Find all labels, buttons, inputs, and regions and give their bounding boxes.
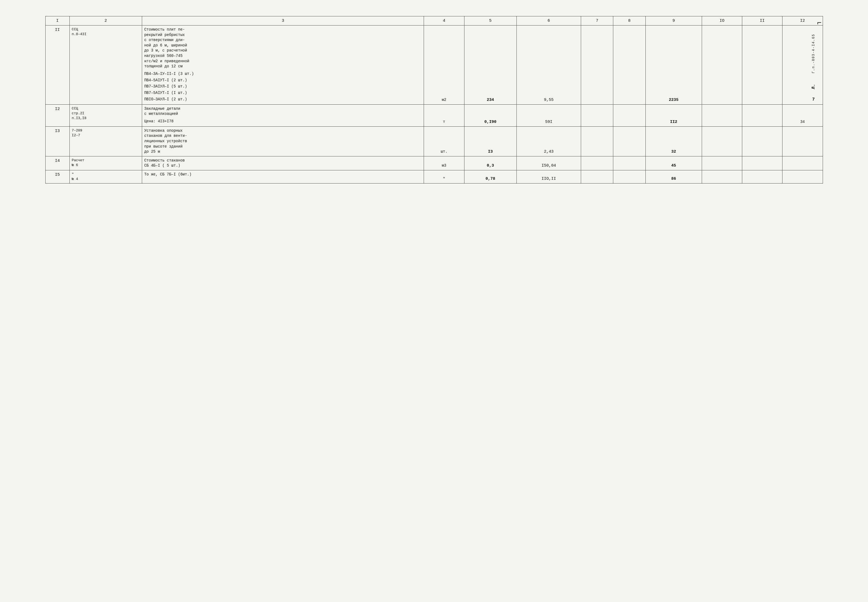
- row-col10-2: [702, 126, 742, 156]
- col-header-1: I: [45, 16, 69, 26]
- row-col5-4: 0,78: [464, 170, 517, 183]
- doc-number: Г.п.-803-4-I4.65: [812, 34, 816, 73]
- row-ref-1: ССЦ стр.2I п.I3,I8: [69, 104, 142, 126]
- row-unit-0: м2: [424, 26, 464, 104]
- row-desc-0: Стоимость плит пе- рекрытий ребристых с …: [142, 26, 424, 104]
- row-subitems-1: Цена: 4I3+I78: [144, 118, 422, 125]
- row-num-4: I5: [45, 170, 69, 183]
- row-unit-3: м3: [424, 156, 464, 170]
- row-col5-3: 0,3: [464, 156, 517, 170]
- row-col7-3: [581, 156, 613, 170]
- row-col10-1: [702, 104, 742, 126]
- row-col9-4: 86: [646, 170, 702, 183]
- row-col11-0: [742, 26, 782, 104]
- row-ref-3: Расчет № 6: [69, 156, 142, 170]
- row-num-3: I4: [45, 156, 69, 170]
- col-header-2: 2: [69, 16, 142, 26]
- row-col8-4: [613, 170, 646, 183]
- row-col5-0: 234: [464, 26, 517, 104]
- row-col5-2: I3: [464, 126, 517, 156]
- row-subitems-0: ПВ4–ЗА–IУ–II–I (3 шт.)ПВ4–5АIУТ–I (2 шт.…: [144, 71, 422, 103]
- col-header-9: 9: [646, 16, 702, 26]
- row-unit-4: ": [424, 170, 464, 183]
- row-num-0: II: [45, 26, 69, 104]
- row-desc-2: Установка опорных стаканов для венти- ля…: [142, 126, 424, 156]
- row-col7-1: [581, 104, 613, 126]
- col-header-3: 3: [142, 16, 424, 26]
- row-desc-4: То же, СБ 7Б–I (6мт.): [142, 170, 424, 183]
- sheet-label: Л.: [811, 84, 816, 89]
- col-header-11: II: [742, 16, 782, 26]
- row-col11-2: [742, 126, 782, 156]
- row-col6-2: 2,43: [517, 126, 581, 156]
- table-row: I4Расчет № 6Стоимость стаканов СБ 4Б–I (…: [45, 156, 823, 170]
- row-col6-3: I50,04: [517, 156, 581, 170]
- col-header-6: 6: [517, 16, 581, 26]
- sheet-number: 7: [812, 97, 815, 102]
- page-container: I 2 3 4 5 6 7 8 9 IO II I2 IIССЦ п.8–43I…: [45, 16, 823, 183]
- row-col8-1: [613, 104, 646, 126]
- header-row: I 2 3 4 5 6 7 8 9 IO II I2: [45, 16, 823, 26]
- row-col6-4: IIO,II: [517, 170, 581, 183]
- row-ref-4: " № 4: [69, 170, 142, 183]
- col-header-10: IO: [702, 16, 742, 26]
- row-col7-0: [581, 26, 613, 104]
- row-col10-0: [702, 26, 742, 104]
- row-col10-4: [702, 170, 742, 183]
- row-col8-2: [613, 126, 646, 156]
- row-col7-4: [581, 170, 613, 183]
- row-col7-2: [581, 126, 613, 156]
- row-desc-1: Закладные детали с металлизациейЦена: 4I…: [142, 104, 424, 126]
- row-desc-3: Стоимость стаканов СБ 4Б–I ( 5 шт.): [142, 156, 424, 170]
- row-col6-1: 59I: [517, 104, 581, 126]
- row-col9-2: 32: [646, 126, 702, 156]
- row-unit-1: т: [424, 104, 464, 126]
- row-num-2: I3: [45, 126, 69, 156]
- table-row: I2ССЦ стр.2I п.I3,I8Закладные детали с м…: [45, 104, 823, 126]
- right-margin: ⌐ Г.п.-803-4-I4.65 Л. 7: [804, 16, 823, 183]
- row-num-1: I2: [45, 104, 69, 126]
- row-col9-1: II2: [646, 104, 702, 126]
- row-col8-3: [613, 156, 646, 170]
- row-unit-2: шт.: [424, 126, 464, 156]
- col-header-7: 7: [581, 16, 613, 26]
- table-row: I37–209 I2–7Установка опорных стаканов д…: [45, 126, 823, 156]
- row-ref-0: ССЦ п.8–43I: [69, 26, 142, 104]
- col-header-5: 5: [464, 16, 517, 26]
- row-col6-0: 9,55: [517, 26, 581, 104]
- row-col11-4: [742, 170, 782, 183]
- main-table: I 2 3 4 5 6 7 8 9 IO II I2 IIССЦ п.8–43I…: [45, 16, 823, 183]
- row-ref-2: 7–209 I2–7: [69, 126, 142, 156]
- col-header-8: 8: [613, 16, 646, 26]
- row-col10-3: [702, 156, 742, 170]
- row-col8-0: [613, 26, 646, 104]
- table-row: I5" № 4То же, СБ 7Б–I (6мт.)"0,78IIO,II8…: [45, 170, 823, 183]
- corner-bracket: ⌐: [817, 19, 822, 27]
- row-col9-0: 2235: [646, 26, 702, 104]
- col-header-4: 4: [424, 16, 464, 26]
- row-col11-1: [742, 104, 782, 126]
- row-col11-3: [742, 156, 782, 170]
- row-col9-3: 45: [646, 156, 702, 170]
- table-row: IIССЦ п.8–43IСтоимость плит пе- рекрытий…: [45, 26, 823, 104]
- row-col5-1: 0,I90: [464, 104, 517, 126]
